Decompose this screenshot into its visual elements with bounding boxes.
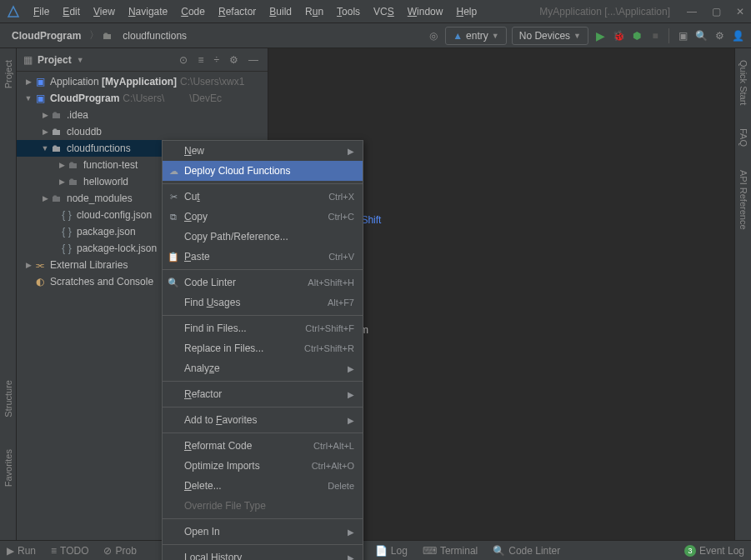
collapse-all-icon[interactable]: ÷ [211, 54, 222, 66]
sb-log[interactable]: 📄Log [375, 545, 408, 557]
right-tab-faq[interactable]: FAQ [738, 125, 748, 150]
main: Project Structure Favorites ▦ Project ▼ … [0, 48, 751, 540]
app-title: MyApplication [...\Application] [539, 6, 677, 18]
panel-header: ▦ Project ▼ ⊙ ≡ ÷ ⚙ — [17, 48, 268, 72]
toolbar: CloudProgram 〉 🖿 cloudfunctions ◎ ▲entry… [0, 23, 751, 48]
target-icon[interactable]: ◎ [427, 29, 440, 42]
sb-code-linter[interactable]: 🔍Code Linter [493, 545, 560, 557]
left-tab-structure[interactable]: Structure [3, 377, 13, 421]
settings-icon[interactable]: ⚙ [227, 54, 241, 66]
breadcrumb-root[interactable]: CloudProgram [7, 28, 86, 43]
ctx-override-file-type: Override File Type [163, 496, 363, 516]
paste-icon: 📋 [168, 252, 179, 262]
sb-event-log[interactable]: 3 Event Log [684, 545, 744, 557]
coverage-icon[interactable]: ⬢ [630, 29, 643, 42]
tree-row-clouddb[interactable]: ▶🖿clouddb [17, 123, 268, 140]
menu-code[interactable]: Code [174, 6, 212, 18]
run-icon[interactable]: ▶ [593, 29, 607, 42]
ctx-reformat[interactable]: Reformat CodeCtrl+Alt+L [163, 436, 363, 456]
right-tool-gutter: Quick Start FAQ API Reference [734, 48, 751, 540]
search-icon[interactable]: 🔍 [694, 29, 708, 42]
menu-window[interactable]: Window [401, 6, 450, 18]
menu-file[interactable]: File [27, 6, 56, 18]
menu-build[interactable]: Build [263, 6, 298, 18]
scissors-icon: ✂ [168, 192, 179, 202]
ctx-refactor[interactable]: Refactor▶ [163, 384, 363, 404]
chevron-right-icon: 〉 [89, 28, 99, 42]
chevron-down-icon[interactable]: ▼ [77, 56, 84, 64]
sb-run[interactable]: ▶Run [7, 545, 36, 557]
context-menu: New▶ ☁Deploy Cloud Functions ✂CutCtrl+X … [162, 140, 363, 560]
menu-tools[interactable]: Tools [330, 6, 367, 18]
sb-problems[interactable]: ⊘Prob [103, 545, 136, 557]
ctx-delete[interactable]: Delete...Delete [163, 476, 363, 496]
tree-row-idea[interactable]: ▶🖿.idea [17, 107, 268, 123]
ctx-optimize-imports[interactable]: Optimize ImportsCtrl+Alt+O [163, 456, 363, 476]
select-opened-icon[interactable]: ⊙ [177, 54, 190, 66]
left-tab-favorites[interactable]: Favorites [3, 446, 13, 490]
breadcrumb: CloudProgram 〉 🖿 cloudfunctions [7, 28, 192, 43]
sb-todo[interactable]: ≡TODO [51, 545, 88, 557]
close-icon[interactable]: ✕ [736, 6, 744, 18]
ctx-analyze[interactable]: Analyze▶ [163, 358, 363, 378]
right-tab-quick[interactable]: Quick Start [738, 57, 748, 108]
expand-all-icon[interactable]: ≡ [195, 54, 206, 66]
breadcrumb-child[interactable]: cloudfunctions [118, 28, 192, 43]
ctx-open-in[interactable]: Open In▶ [163, 522, 363, 542]
ctx-new[interactable]: New▶ [163, 141, 363, 161]
ctx-local-history[interactable]: Local History▶ [163, 548, 363, 560]
left-tab-project[interactable]: Project [3, 57, 13, 92]
menu-edit[interactable]: Edit [56, 6, 87, 18]
menu-view[interactable]: View [87, 6, 122, 18]
copy-icon: ⧉ [168, 212, 179, 222]
menu-refactor[interactable]: Refactor [212, 6, 263, 18]
minimize-icon[interactable]: — [687, 6, 697, 18]
ctx-find-in-files[interactable]: Find in Files...Ctrl+Shift+F [163, 318, 363, 338]
avatar-icon[interactable]: 👤 [731, 29, 744, 42]
stop-icon[interactable]: ■ [648, 29, 662, 42]
titlebar: File Edit View Navigate Code Refactor Bu… [0, 0, 751, 23]
sb-terminal[interactable]: ⌨Terminal [423, 545, 478, 557]
right-tab-api[interactable]: API Reference [738, 167, 748, 233]
gear-icon[interactable]: ⚙ [713, 29, 726, 42]
menu-vcs[interactable]: VCS [367, 6, 401, 18]
left-tool-gutter: Project Structure Favorites [0, 48, 17, 540]
layout-icon[interactable]: ▣ [676, 29, 689, 42]
ctx-paste[interactable]: 📋PasteCtrl+V [163, 247, 363, 267]
debug-icon[interactable]: 🐞 [612, 29, 625, 42]
menu-help[interactable]: Help [449, 6, 483, 18]
run-config-dropdown[interactable]: ▲entry▼ [445, 27, 507, 45]
ctx-cut[interactable]: ✂CutCtrl+X [163, 187, 363, 207]
maximize-icon[interactable]: ▢ [712, 6, 721, 18]
device-dropdown[interactable]: No Devices▼ [512, 27, 588, 45]
panel-title[interactable]: Project [38, 54, 72, 66]
ctx-deploy-cloud-functions[interactable]: ☁Deploy Cloud Functions [163, 161, 363, 181]
statusbar: ▶Run ≡TODO ⊘Prob 📄Log ⌨Terminal 🔍Code Li… [0, 540, 751, 560]
ctx-add-favorites[interactable]: Add to Favorites▶ [163, 410, 363, 430]
ctx-code-linter[interactable]: 🔍Code LinterAlt+Shift+H [163, 272, 363, 292]
app-logo-icon [7, 5, 20, 18]
hide-icon[interactable]: — [246, 54, 261, 66]
search-icon: 🔍 [168, 278, 179, 288]
cloud-icon: ☁ [168, 166, 179, 177]
ctx-copy[interactable]: ⧉CopyCtrl+C [163, 207, 363, 227]
menu-navigate[interactable]: Navigate [122, 6, 174, 18]
folder-icon: 🖿 [103, 30, 113, 42]
menu-run[interactable]: Run [298, 6, 330, 18]
event-badge: 3 [684, 545, 696, 557]
ctx-replace-in-files[interactable]: Replace in Files...Ctrl+Shift+R [163, 338, 363, 358]
ctx-copy-path[interactable]: Copy Path/Reference... [163, 227, 363, 247]
tree-row-app[interactable]: ▶▣ Application [MyApplication] C:\Users\… [17, 73, 268, 90]
tree-row-cloud[interactable]: ▼▣ CloudProgram C:\Users\ \DevEc [17, 90, 268, 107]
ctx-find-usages[interactable]: Find UsagesAlt+F7 [163, 292, 363, 312]
